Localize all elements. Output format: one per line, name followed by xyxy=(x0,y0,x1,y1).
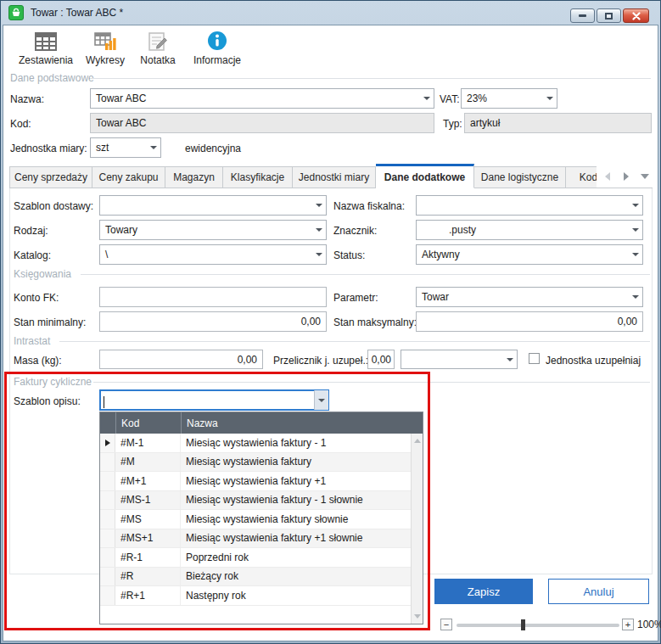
chevron-left-icon xyxy=(605,172,610,181)
stan-maksymalny-field[interactable] xyxy=(416,311,643,332)
tab-scroll-left-button[interactable] xyxy=(602,171,613,182)
rodzaj-combobox[interactable]: Towary xyxy=(99,220,327,240)
chevron-down-icon[interactable] xyxy=(314,390,328,410)
chevron-down-icon[interactable] xyxy=(146,138,160,157)
vat-combobox[interactable]: 23% xyxy=(461,88,557,109)
cell-kod: #R-1 xyxy=(115,548,181,567)
toolbar-zestawienia-button[interactable]: Zestawienia xyxy=(12,31,80,66)
przelicznik-field[interactable] xyxy=(367,350,395,369)
znacznik-label: Znacznik: xyxy=(333,225,377,237)
katalog-combobox[interactable]: \ xyxy=(99,244,327,265)
table-row[interactable]: #M Miesiąc wystawienia faktury xyxy=(100,453,411,473)
table-row[interactable]: #M+1 Miesiąc wystawienia faktury +1 xyxy=(100,472,411,491)
tab-dane-dodatkowe[interactable]: Dane dodatkowe xyxy=(376,164,474,188)
chevron-down-icon[interactable] xyxy=(628,221,642,239)
toolbar-wykresy-button[interactable]: Wykresy xyxy=(81,31,129,66)
cell-nazwa: Poprzedni rok xyxy=(181,548,411,567)
znacznik-value: .pusty xyxy=(417,221,628,239)
znacznik-combobox[interactable]: .pusty xyxy=(416,220,643,240)
kod-field[interactable] xyxy=(90,113,434,133)
tab-klasyfikacje[interactable]: Klasyfikacje xyxy=(223,166,293,188)
nazwa-fiskalna-label: Nazwa fiskalna: xyxy=(333,200,405,212)
table-row[interactable]: #R+1 Następny rok xyxy=(100,586,411,606)
grid-header-nazwa: Nazwa xyxy=(181,412,423,434)
grid-scrollbar[interactable] xyxy=(411,434,423,624)
group-label-faktury-cykliczne: Faktury cykliczne xyxy=(14,376,92,388)
scroll-down-icon[interactable] xyxy=(414,614,421,619)
typ-field[interactable] xyxy=(464,113,652,133)
rodzaj-label: Rodzaj: xyxy=(14,225,48,237)
table-row[interactable]: #R-1 Poprzedni rok xyxy=(100,548,411,568)
masa-field[interactable] xyxy=(99,350,263,369)
parametr-value: Towar xyxy=(417,288,628,306)
parametr-combobox[interactable]: Towar xyxy=(416,287,643,307)
tab-ceny-zakupu[interactable]: Ceny zakupu xyxy=(92,166,165,188)
toolbar-notatka-button[interactable]: Notatka xyxy=(136,31,180,66)
tab-ceny-sprzedazy[interactable]: Ceny sprzedaży xyxy=(9,166,92,188)
zoom-out-button[interactable]: − xyxy=(440,619,452,630)
chevron-down-icon[interactable] xyxy=(311,245,326,264)
jednostka-uzupelniajaca-combobox[interactable] xyxy=(401,350,518,369)
tab-jednostki-miary[interactable]: Jednostki miary xyxy=(293,166,376,188)
konto-fk-field[interactable] xyxy=(99,287,327,307)
info-icon xyxy=(205,31,229,51)
nazwa-value: Towar ABC xyxy=(91,89,419,108)
window-title: Towar : Towar ABC * xyxy=(31,7,123,19)
table-row[interactable]: #M-1 Miesiąc wystawienia faktury - 1 xyxy=(100,434,411,453)
group-line xyxy=(90,78,651,79)
table-row[interactable]: #MS+1 Miesiąc wystawienia faktury +1 sło… xyxy=(100,529,411,549)
jednostka-uzupelniaj-checkbox[interactable] xyxy=(529,353,540,364)
nazwa-fiskalna-combobox[interactable] xyxy=(416,195,643,216)
table-row[interactable]: #MS Miesiąc wystawienia faktury słownie xyxy=(100,510,411,529)
tab-magazyn[interactable]: Magazyn xyxy=(165,166,223,188)
title-bar[interactable]: Towar : Towar ABC * xyxy=(0,0,661,25)
toolbar-label: Notatka xyxy=(140,54,175,66)
jednostka-miary-label: Jednostka miary: xyxy=(10,143,87,154)
scroll-up-icon[interactable] xyxy=(414,439,421,443)
group-label-dane-podstawowe: Dane podstawowe xyxy=(10,72,94,84)
toolbar-label: Informacje xyxy=(193,54,241,66)
szablon-dostawy-combobox[interactable] xyxy=(99,195,327,216)
table-row[interactable]: #MS-1 Miesiąc wystawienia faktury - 1 sł… xyxy=(100,491,411,511)
status-combobox[interactable]: Aktywny xyxy=(416,244,643,265)
stan-minimalny-field[interactable] xyxy=(99,311,327,332)
nazwa-fiskalna-value xyxy=(417,196,628,215)
minimize-button[interactable] xyxy=(570,8,595,23)
tab-kody[interactable]: Kody xyxy=(566,166,597,188)
konto-fk-label: Konto FK: xyxy=(14,292,59,304)
status-value: Aktywny xyxy=(417,245,628,264)
chevron-down-icon[interactable] xyxy=(502,350,517,368)
zoom-in-button[interactable]: + xyxy=(622,619,634,630)
table-row[interactable]: #R Bieżący rok xyxy=(100,568,411,587)
toolbar-informacje-button[interactable]: Informacje xyxy=(188,31,246,66)
chevron-down-icon[interactable] xyxy=(419,89,434,108)
typ-label: Typ: xyxy=(443,118,462,130)
chevron-down-icon[interactable] xyxy=(542,89,557,108)
chevron-down-icon[interactable] xyxy=(628,196,642,215)
tab-dane-logistyczne[interactable]: Dane logistyczne xyxy=(474,166,566,188)
row-selector xyxy=(100,568,115,586)
cancel-button[interactable]: Anuluj xyxy=(548,579,649,604)
zoom-slider-thumb[interactable] xyxy=(521,619,525,630)
toolbar-label: Zestawienia xyxy=(19,54,73,66)
jednostka-miary-combobox[interactable]: szt xyxy=(90,137,161,158)
chevron-down-icon[interactable] xyxy=(311,221,326,239)
tab-scroll-right-button[interactable] xyxy=(620,171,632,182)
zoom-slider-track[interactable] xyxy=(457,624,619,627)
katalog-value: \ xyxy=(100,245,311,264)
close-button[interactable] xyxy=(623,8,649,23)
table-report-icon xyxy=(34,31,58,51)
cell-nazwa: Następny rok xyxy=(181,586,411,605)
tab-list-dropdown-button[interactable] xyxy=(639,171,651,182)
szablon-opisu-combobox[interactable] xyxy=(99,389,329,411)
nazwa-combobox[interactable]: Towar ABC xyxy=(90,88,434,109)
maximize-button[interactable] xyxy=(597,8,621,23)
chevron-down-icon[interactable] xyxy=(311,196,326,215)
chevron-down-icon[interactable] xyxy=(628,288,642,306)
save-button[interactable]: Zapisz xyxy=(434,579,533,604)
chevron-down-icon[interactable] xyxy=(628,245,642,264)
vat-label: VAT: xyxy=(440,93,460,105)
stan-maksymalny-label: Stan maksymalny: xyxy=(333,316,417,328)
row-selector xyxy=(100,548,115,567)
szablon-opisu-value xyxy=(100,390,314,410)
